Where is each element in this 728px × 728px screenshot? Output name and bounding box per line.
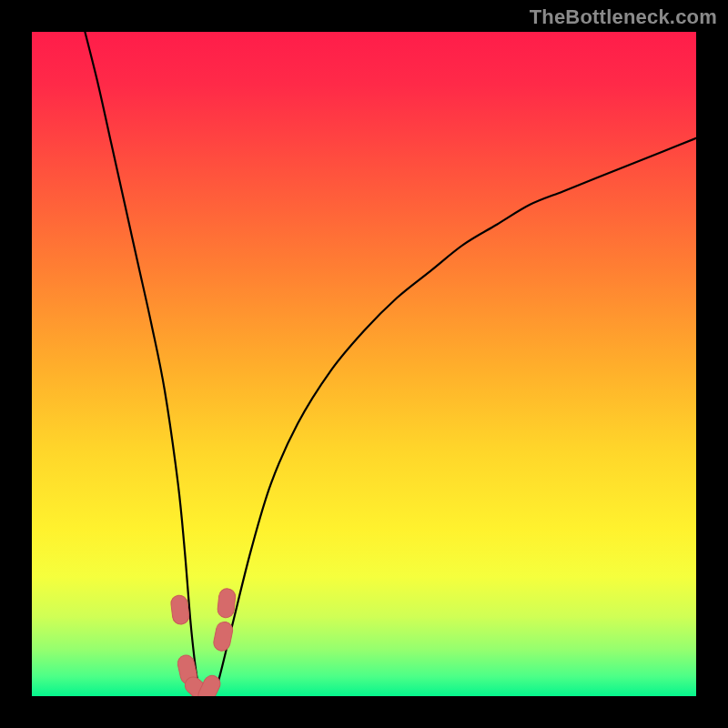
curve-layer [32, 32, 696, 696]
curve-marker [212, 621, 234, 652]
chart-frame: TheBottleneck.com [0, 0, 728, 728]
curve-marker [217, 588, 236, 619]
plot-area [32, 32, 696, 696]
watermark-text: TheBottleneck.com [530, 5, 717, 29]
curve-markers [170, 588, 237, 696]
curve-marker [170, 594, 190, 625]
